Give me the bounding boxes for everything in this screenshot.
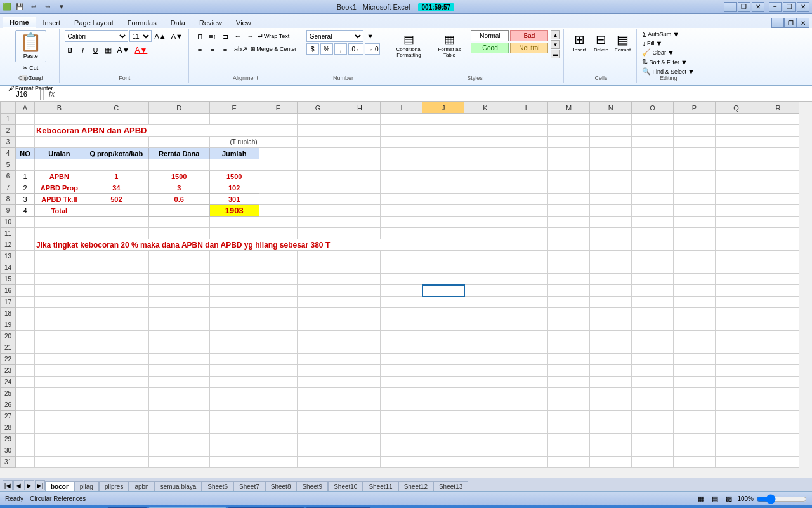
row-header-22[interactable]: 22 [1,354,16,365]
cell-J6[interactable] [422,171,464,182]
cell-A4[interactable]: NO [15,148,34,159]
cell-E18[interactable] [209,308,259,319]
cell-O30[interactable] [632,445,674,457]
cell-H14[interactable] [339,262,381,274]
cell-C15[interactable] [84,274,148,285]
cell-Q18[interactable] [715,308,757,319]
cell-B18[interactable] [34,308,84,319]
format-button[interactable]: ▤ Format [612,30,632,54]
cell-P25[interactable] [674,388,716,399]
cell-D15[interactable] [148,274,209,285]
cell-A2[interactable] [15,125,34,137]
cell-C18[interactable] [84,308,148,319]
cell-B19[interactable] [34,319,84,331]
row-header-26[interactable]: 26 [1,399,16,411]
cell-M4[interactable] [548,148,590,159]
cell-A27[interactable] [15,411,34,422]
cell-I29[interactable] [381,434,422,445]
font-grow-btn[interactable]: A▲ [153,30,168,42]
cell-A24[interactable] [15,377,34,388]
cell-P23[interactable] [674,365,716,377]
cell-J19[interactable] [422,319,464,331]
cell-L21[interactable] [506,342,548,354]
cell-A1[interactable] [15,114,34,125]
cell-N20[interactable] [590,331,632,342]
cell-N8[interactable] [590,194,632,205]
cell-M9[interactable] [548,205,590,217]
sheet-nav-last[interactable]: ▶| [35,480,45,490]
cell-P30[interactable] [674,445,716,457]
cell-D28[interactable] [148,422,209,434]
cell-L3[interactable] [506,137,548,148]
clear-button[interactable]: 🧹 Clear ▼ [642,48,674,57]
format-as-table-button[interactable]: ▦ Format as Table [430,30,468,60]
cell-P22[interactable] [674,354,716,365]
sheet-nav-first[interactable]: |◀ [3,480,13,490]
cell-O10[interactable] [632,217,674,228]
cell-Q31[interactable] [715,457,757,468]
cell-J1[interactable] [422,114,464,125]
cell-N23[interactable] [590,365,632,377]
sheet-tab-sheet6[interactable]: Sheet6 [202,481,233,491]
cell-C24[interactable] [84,377,148,388]
cell-M29[interactable] [548,434,590,445]
cell-O5[interactable] [632,159,674,171]
cell-E15[interactable] [209,274,259,285]
cell-L11[interactable] [506,228,548,239]
page-break-view-btn[interactable]: ▩ [723,493,735,505]
col-header-b[interactable]: B [34,102,84,114]
cell-G14[interactable] [297,262,339,274]
cell-O16[interactable] [632,285,674,297]
cell-Q16[interactable] [715,285,757,297]
cell-J4[interactable] [422,148,464,159]
cell-P14[interactable] [674,262,716,274]
cell-M13[interactable] [548,251,590,262]
cell-A16[interactable] [15,285,34,297]
cell-F5[interactable] [259,159,297,171]
cell-E8[interactable]: 301 [209,194,259,205]
col-header-p[interactable]: P [674,102,716,114]
cell-J27[interactable] [422,411,464,422]
indent-increase-btn[interactable]: → [245,30,256,42]
cell-C25[interactable] [84,388,148,399]
cell-R31[interactable] [757,457,799,468]
cell-O20[interactable] [632,331,674,342]
row-header-30[interactable]: 30 [1,445,16,457]
cell-O1[interactable] [632,114,674,125]
cell-H23[interactable] [339,365,381,377]
cell-G18[interactable] [297,308,339,319]
cell-E28[interactable] [209,422,259,434]
cell-P9[interactable] [674,205,716,217]
style-bad[interactable]: Bad [510,30,548,41]
zoom-slider[interactable] [756,495,807,504]
cell-H10[interactable] [339,217,381,228]
row-header-1[interactable]: 1 [1,114,16,125]
formula-input[interactable] [63,90,809,98]
cell-F27[interactable] [259,411,297,422]
cell-E30[interactable] [209,445,259,457]
cell-I8[interactable] [381,194,422,205]
cell-M25[interactable] [548,388,590,399]
cell-L23[interactable] [506,365,548,377]
cell-M16[interactable] [548,285,590,297]
wrap-text-btn[interactable]: ↵ Wrap Text [258,32,289,41]
col-header-e[interactable]: E [209,102,259,114]
cell-N25[interactable] [590,388,632,399]
cell-Q28[interactable] [715,422,757,434]
cell-D18[interactable] [148,308,209,319]
col-header-i[interactable]: I [381,102,422,114]
format-painter-button[interactable]: 🖌 Format Painter [6,84,55,93]
cell-E27[interactable] [209,411,259,422]
cell-L8[interactable] [506,194,548,205]
cell-K28[interactable] [464,422,506,434]
cell-G4[interactable] [297,148,339,159]
cell-O25[interactable] [632,388,674,399]
cell-I5[interactable] [381,159,422,171]
styles-down-btn[interactable]: ▼ [551,40,560,49]
cell-H17[interactable] [339,297,381,308]
cell-E3[interactable]: (T rupiah) [209,137,259,148]
cell-C17[interactable] [84,297,148,308]
cell-Q5[interactable] [715,159,757,171]
cell-M24[interactable] [548,377,590,388]
cell-H5[interactable] [339,159,381,171]
